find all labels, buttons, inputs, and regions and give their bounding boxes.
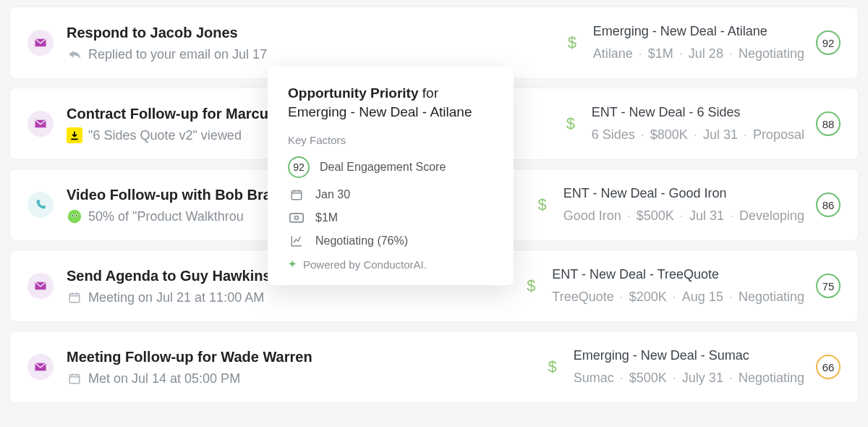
task-info: Respond to Jacob Jones Replied to your e… <box>67 23 563 62</box>
dollar-icon: $ <box>522 276 540 295</box>
priority-score-badge[interactable]: 86 <box>816 193 841 217</box>
task-info: Meeting Follow-up for Wade Warren Met on… <box>67 347 543 386</box>
dollar-icon: $ <box>561 114 580 133</box>
deal-account: Good Iron <box>563 208 621 223</box>
task-subtitle: Replied to your email on Jul 17 <box>67 46 563 62</box>
mail-icon <box>27 111 54 137</box>
deal-info: $ ENT - New Deal - 6 Sides 6 Sides$800KJ… <box>561 103 841 145</box>
deal-meta: TreeQuote$200KAug 15Negotiating <box>552 287 804 307</box>
svg-rect-8 <box>69 375 80 384</box>
calendar-icon <box>67 371 82 386</box>
priority-score-badge[interactable]: 66 <box>816 355 841 379</box>
deal-account: Sumac <box>574 371 614 385</box>
svg-point-4 <box>76 215 77 216</box>
task-subtitle-text: Meeting on Jul 21 at 11:00 AM <box>88 290 264 305</box>
engagement-score-label: Deal Engagement Score <box>320 161 446 174</box>
svg-rect-10 <box>290 214 303 222</box>
mail-icon <box>27 354 54 380</box>
popover-heading-deal: Emerging - New Deal - Atilane <box>288 104 472 119</box>
deal-title: ENT - New Deal - Good Iron <box>563 184 804 203</box>
deal-text: ENT - New Deal - 6 Sides 6 Sides$800KJul… <box>592 103 804 145</box>
powered-by-text: Powered by ConductorAI. <box>303 258 427 271</box>
deal-stage: Negotiating <box>739 371 804 385</box>
deal-amount: $1M <box>648 46 673 61</box>
task-row[interactable]: Meeting Follow-up for Wade Warren Met on… <box>10 331 858 402</box>
alien-icon <box>67 208 82 224</box>
phone-icon <box>27 192 54 218</box>
deal-text: ENT - New Deal - TreeQuote TreeQuote$200… <box>552 265 804 307</box>
task-subtitle-text: Met on Jul 14 at 05:00 PM <box>88 371 240 386</box>
deal-meta: 6 Sides$800KJul 31Proposal <box>592 125 804 145</box>
deal-stage: Negotiating <box>739 289 804 304</box>
deal-date: Jul 28 <box>689 46 723 61</box>
popover-heading-for: for <box>422 85 438 101</box>
deal-amount: $800K <box>650 127 688 142</box>
deal-info: $ ENT - New Deal - TreeQuote TreeQuote$2… <box>522 265 841 307</box>
svg-rect-7 <box>69 294 80 303</box>
popover-heading-strong: Opportunity Priority <box>288 85 419 101</box>
deal-amount: $500K <box>629 371 667 385</box>
factor-stage-text: Negotiating (76%) <box>315 234 408 248</box>
chart-icon <box>288 234 305 248</box>
task-subtitle-text: "6 Sides Quote v2" viewed <box>88 128 242 143</box>
dollar-icon: $ <box>563 33 582 52</box>
deal-date: Jul 31 <box>689 208 724 223</box>
deal-info: $ ENT - New Deal - Good Iron Good Iron$5… <box>533 184 841 226</box>
deal-account: Atilane <box>593 46 633 61</box>
deal-amount: $500K <box>637 208 674 223</box>
task-subtitle: Met on Jul 14 at 05:00 PM <box>67 371 543 386</box>
deal-text: Emerging - New Deal - Sumac Sumac$500KJu… <box>574 346 804 388</box>
factor-date-text: Jan 30 <box>315 188 350 201</box>
opportunity-priority-popover: Opportunity Priority for Emerging - New … <box>268 67 514 285</box>
money-icon <box>288 213 305 223</box>
svg-rect-9 <box>292 191 302 200</box>
deal-stage: Negotiating <box>739 46 804 61</box>
popover-factor-date: Jan 30 <box>288 188 493 201</box>
task-title: Meeting Follow-up for Wade Warren <box>67 347 543 366</box>
task-title: Respond to Jacob Jones <box>67 23 563 42</box>
deal-meta: Good Iron$500KJul 31Developing <box>563 206 804 226</box>
task-subtitle-text: Replied to your email on Jul 17 <box>88 47 267 62</box>
priority-score-badge[interactable]: 75 <box>816 274 841 298</box>
deal-account: 6 Sides <box>592 127 635 142</box>
calendar-icon <box>67 289 82 305</box>
engagement-score-badge: 92 <box>288 156 310 178</box>
deal-text: Emerging - New Deal - Atilane Atilane$1M… <box>593 22 804 64</box>
factor-amount-text: $1M <box>315 211 338 224</box>
deal-date: Jul 31 <box>703 127 738 142</box>
deal-title: ENT - New Deal - 6 Sides <box>592 103 804 122</box>
deal-info: $ Emerging - New Deal - Atilane Atilane$… <box>563 22 841 64</box>
popover-footer: ✦ Powered by ConductorAI. <box>288 258 493 271</box>
mail-icon <box>27 30 54 56</box>
popover-heading: Opportunity Priority for Emerging - New … <box>288 84 493 121</box>
deal-stage: Developing <box>739 208 804 223</box>
deal-info: $ Emerging - New Deal - Sumac Sumac$500K… <box>543 346 841 388</box>
sparkle-icon: ✦ <box>288 258 297 271</box>
mail-icon <box>27 273 54 299</box>
deal-meta: Atilane$1MJul 28Negotiating <box>593 44 804 64</box>
deal-title: Emerging - New Deal - Sumac <box>574 346 804 365</box>
download-icon <box>67 127 82 143</box>
priority-score-badge[interactable]: 92 <box>816 30 841 55</box>
dollar-icon: $ <box>543 358 562 376</box>
deal-date: Aug 15 <box>682 289 723 304</box>
svg-point-0 <box>68 210 81 223</box>
deal-stage: Proposal <box>753 127 804 142</box>
deal-amount: $200K <box>629 289 667 304</box>
task-subtitle: Meeting on Jul 21 at 11:00 AM <box>67 289 522 305</box>
deal-date: July 31 <box>682 371 723 385</box>
svg-point-11 <box>295 216 299 220</box>
deal-meta: Sumac$500KJuly 31Negotiating <box>574 368 804 388</box>
calendar-icon <box>288 188 305 201</box>
task-subtitle-text: 50% of "Product Walkthrou <box>88 209 244 224</box>
dollar-icon: $ <box>533 195 552 214</box>
svg-point-3 <box>72 215 73 216</box>
popover-factor-stage: Negotiating (76%) <box>288 234 493 248</box>
deal-text: ENT - New Deal - Good Iron Good Iron$500… <box>563 184 804 226</box>
popover-factor-amount: $1M <box>288 211 493 224</box>
popover-key-factors-label: Key Factors <box>288 134 493 146</box>
popover-factor-engagement: 92 Deal Engagement Score <box>288 156 493 178</box>
deal-title: Emerging - New Deal - Atilane <box>593 22 804 41</box>
deal-account: TreeQuote <box>552 289 613 304</box>
priority-score-badge[interactable]: 88 <box>816 111 841 136</box>
